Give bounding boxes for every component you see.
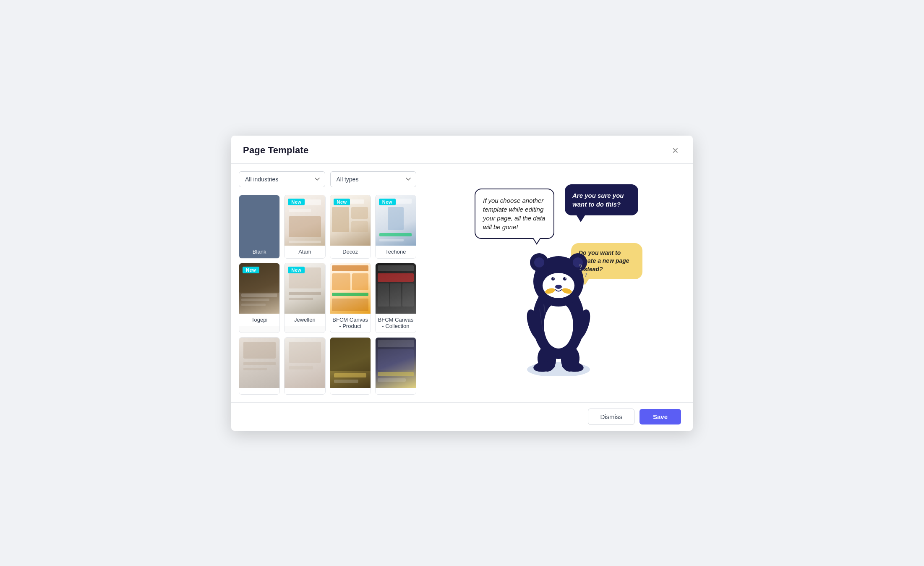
row3c-label	[330, 388, 371, 394]
row3c-thumb	[330, 338, 371, 388]
new-badge-techone: New	[379, 199, 396, 205]
row3b-label	[285, 388, 325, 394]
template-grid: Blank New Atam	[239, 195, 416, 395]
dismiss-button[interactable]: Dismiss	[588, 409, 634, 425]
jewelleri-thumb: New	[285, 263, 325, 314]
template-card-techone[interactable]: New Techone	[375, 195, 416, 259]
template-card-atam[interactable]: New Atam	[284, 195, 325, 259]
svg-text:?: ?	[585, 272, 587, 278]
filter-row: All industries Fashion Beauty Electronic…	[231, 171, 424, 193]
template-card-row3c[interactable]	[330, 337, 371, 395]
svg-point-20	[565, 277, 566, 278]
new-badge-jewelleri: New	[288, 267, 305, 273]
svg-point-21	[555, 285, 562, 289]
new-badge-togepi: New	[243, 267, 259, 273]
industry-filter[interactable]: All industries Fashion Beauty Electronic…	[239, 171, 325, 187]
type-filter[interactable]: All types Home Page Product Page Collect…	[330, 171, 417, 187]
bfcm-collection-thumb	[376, 263, 416, 314]
left-panel: All industries Fashion Beauty Electronic…	[231, 164, 424, 402]
bfcm-product-label: BFCM Canvas - Product	[330, 314, 371, 333]
new-badge-decoz: New	[334, 199, 350, 205]
techone-thumb: New	[376, 195, 416, 246]
template-card-bfcm-collection[interactable]: BFCM Canvas - Collection	[375, 263, 416, 333]
techone-label: Techone	[376, 246, 416, 258]
modal-footer: Dismiss Save	[231, 402, 693, 431]
svg-point-11	[534, 257, 544, 267]
close-button[interactable]: ×	[670, 144, 681, 157]
decoz-thumb: New	[330, 195, 371, 246]
row3a-label	[239, 388, 279, 394]
row3d-label	[376, 388, 416, 394]
row3a-thumb	[239, 338, 279, 388]
modal-body: All industries Fashion Beauty Electronic…	[231, 164, 693, 402]
blank-label: Blank	[239, 246, 279, 258]
page-template-modal: Page Template × All industries Fashion B…	[231, 136, 693, 431]
bfcm-collection-label: BFCM Canvas - Collection	[376, 314, 416, 333]
template-card-row3a[interactable]	[239, 337, 280, 395]
template-card-jewelleri[interactable]: New Jewelleri	[284, 263, 325, 333]
save-button[interactable]: Save	[639, 409, 681, 424]
atam-thumb: New	[285, 195, 325, 246]
modal-title: Page Template	[243, 145, 309, 156]
svg-point-2	[544, 302, 573, 349]
decoz-label: Decoz	[330, 246, 371, 258]
bfcm-product-thumb	[330, 263, 371, 314]
template-card-row3b[interactable]	[284, 337, 325, 395]
row3d-thumb	[376, 338, 416, 388]
modal-header: Page Template ×	[231, 136, 693, 164]
jewelleri-label: Jewelleri	[285, 314, 325, 326]
togepi-label: Togepi	[239, 314, 279, 326]
template-card-togepi[interactable]: New Togepi	[239, 263, 280, 333]
atam-label: Atam	[285, 246, 325, 258]
bubble-right: Are you sure you want to do this?	[565, 184, 638, 215]
togepi-thumb: New	[239, 263, 279, 314]
right-panel: If you choose another template while edi…	[424, 164, 693, 402]
row3b-thumb	[285, 338, 325, 388]
blank-thumb	[239, 195, 279, 246]
template-card-row3d[interactable]	[375, 337, 416, 395]
template-card-decoz[interactable]: New Decoz	[330, 195, 371, 259]
template-card-blank[interactable]: Blank	[239, 195, 280, 259]
bear-scene: If you choose another template while edi…	[475, 184, 642, 386]
svg-point-19	[553, 277, 555, 278]
template-card-bfcm-product[interactable]: BFCM Canvas - Product	[330, 263, 371, 333]
bear-illustration: ? ?	[512, 225, 605, 377]
svg-text:?: ?	[579, 263, 582, 272]
new-badge-atam: New	[288, 199, 305, 205]
template-grid-wrapper: Blank New Atam	[231, 193, 424, 402]
